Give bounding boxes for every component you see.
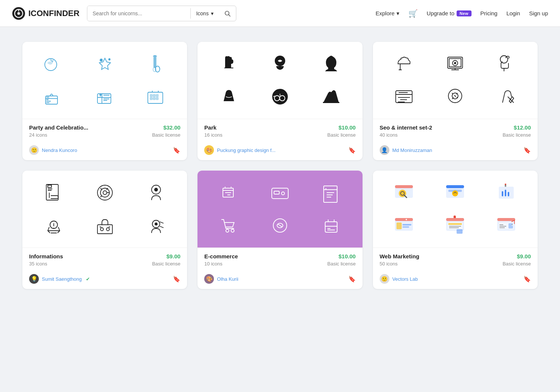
svg-rect-15 <box>150 94 152 97</box>
explore-chevron-icon: ▾ <box>396 10 399 17</box>
party-icon-2 <box>92 51 118 77</box>
svg-point-47 <box>155 223 157 225</box>
svg-rect-43 <box>97 225 112 234</box>
card-seo-license: Basic license <box>503 132 531 138</box>
svg-point-6 <box>100 59 102 61</box>
bookmark-icon[interactable]: 🔖 <box>173 147 180 154</box>
pricing-link[interactable]: Pricing <box>480 10 498 16</box>
svg-rect-62 <box>446 185 464 188</box>
svg-point-53 <box>226 229 229 232</box>
card-party-info: Party and Celebratio... $32.00 24 icons … <box>22 119 187 141</box>
card-park: Park $10.00 16 icons Basic license 🎨 Puc… <box>197 42 362 160</box>
seo-icon-3 <box>493 51 519 77</box>
card-wm-license: Basic license <box>503 261 531 267</box>
card-ecommerce-preview <box>197 171 362 248</box>
card-park-avatar: 🎨 <box>204 145 214 155</box>
park-icon-5 <box>267 84 293 110</box>
ecommerce-icon-4 <box>216 212 242 239</box>
new-badge: New <box>457 10 472 16</box>
party-icon-1 <box>41 51 67 77</box>
card-wm-author-name[interactable]: Vectors Lab <box>392 276 418 282</box>
logo[interactable]: ICONFINDER <box>12 7 80 20</box>
wm-icon-5 <box>442 212 468 239</box>
svg-rect-70 <box>396 223 402 229</box>
ecommerce-icon-6 <box>318 212 344 239</box>
card-park-preview <box>197 42 362 119</box>
svg-rect-36 <box>48 185 52 187</box>
wm-icon-1 <box>391 180 417 206</box>
card-seo-author-name[interactable]: Md Moniruzzaman <box>392 147 432 153</box>
explore-link[interactable]: Explore ▾ <box>376 10 399 17</box>
party-icon-4 <box>41 84 67 110</box>
card-ecommerce: E-commerce $10.00 10 icons Basic license… <box>197 171 362 289</box>
bookmark-icon-seo[interactable]: 🔖 <box>523 147 531 154</box>
card-party-author-name[interactable]: Nendra Kuncoro <box>42 147 77 153</box>
card-webmarketing: Web Marketing $9.00 50 icons Basic licen… <box>373 171 538 289</box>
card-info-count: 35 icons <box>29 261 47 267</box>
card-wm-author-row: 🙂 Vectors Lab 🔖 <box>373 270 538 289</box>
card-seo-preview <box>373 42 538 119</box>
card-park-license: Basic license <box>327 132 356 138</box>
park-icon-1 <box>216 51 242 77</box>
card-park-title: Park <box>204 124 217 131</box>
bookmark-icon-info[interactable]: 🔖 <box>173 276 180 283</box>
svg-rect-76 <box>448 223 462 225</box>
svg-rect-72 <box>402 226 409 228</box>
upgrade-link[interactable]: Upgrade to New <box>427 10 472 16</box>
bookmark-icon-park[interactable]: 🔖 <box>348 147 356 154</box>
svg-point-37 <box>97 185 112 200</box>
card-ecommerce-title: E-commerce <box>204 253 238 259</box>
card-ecommerce-price: $10.00 <box>339 253 356 259</box>
ecommerce-icon-2 <box>267 180 293 206</box>
park-icon-2 <box>267 51 293 77</box>
card-party-author-info: 🙂 Nendra Kuncoro <box>29 145 77 155</box>
search-icon <box>224 10 231 17</box>
card-party-avatar: 🙂 <box>29 145 39 155</box>
search-input[interactable] <box>87 6 191 21</box>
ecommerce-icon-3 <box>318 180 344 206</box>
svg-point-45 <box>106 228 109 231</box>
party-icon-3 <box>143 51 169 77</box>
card-seo-count: 40 icons <box>380 132 398 138</box>
bookmark-icon-wm[interactable]: 🔖 <box>523 276 531 283</box>
svg-rect-17 <box>156 94 158 97</box>
seo-icon-6 <box>493 84 519 110</box>
card-wm-title: Web Marketing <box>380 253 419 259</box>
svg-rect-21 <box>224 68 233 68</box>
card-park-info: Park $10.00 16 icons Basic license <box>197 119 362 141</box>
bookmark-icon-ecommerce[interactable]: 🔖 <box>348 276 356 283</box>
card-party-author-row: 🙂 Nendra Kuncoro 🔖 <box>22 141 187 160</box>
card-seo-author-row: 👤 Md Moniruzzaman 🔖 <box>373 141 538 160</box>
wm-icon-6 <box>493 212 519 239</box>
upgrade-label: Upgrade to <box>427 10 454 16</box>
card-info-author-name[interactable]: Sumit Saengthong <box>42 276 82 282</box>
logo-text: ICONFINDER <box>28 9 80 18</box>
cart-icon[interactable]: 🛒 <box>408 9 418 18</box>
svg-point-54 <box>231 229 234 232</box>
search-button[interactable] <box>219 6 236 21</box>
card-park-author-name[interactable]: Puckung graphic design f... <box>217 147 276 153</box>
svg-point-39 <box>103 191 107 195</box>
icons-dropdown[interactable]: Icons ▾ <box>191 6 218 21</box>
card-party-preview <box>22 42 187 119</box>
card-ecommerce-author-name[interactable]: Olha Kurii <box>217 276 238 282</box>
signup-link[interactable]: Sign up <box>529 10 548 16</box>
card-party-license: Basic license <box>152 132 180 138</box>
card-seo: Seo & internet set-2 $12.00 40 icons Bas… <box>373 42 538 160</box>
svg-point-51 <box>281 192 284 195</box>
card-info-price: $9.00 <box>167 253 181 259</box>
svg-rect-18 <box>150 97 152 100</box>
card-park-count: 16 icons <box>204 132 222 138</box>
svg-rect-26 <box>323 102 339 103</box>
card-webmarketing-preview <box>373 171 538 248</box>
card-info-author-row: 💡 Sumit Saengthong ✔ 🔖 <box>22 270 187 289</box>
card-seo-title: Seo & internet set-2 <box>380 124 432 131</box>
party-icon-5 <box>92 84 118 110</box>
header: ICONFINDER Icons ▾ Explore ▾ 🛒 Upgrade t… <box>0 0 560 27</box>
park-icon-3 <box>318 51 344 77</box>
login-link[interactable]: Login <box>506 10 520 16</box>
card-info-author-info: 💡 Sumit Saengthong ✔ <box>29 274 90 284</box>
svg-point-2 <box>17 12 20 15</box>
card-wm-count: 50 icons <box>380 261 398 267</box>
logo-icon <box>12 7 25 20</box>
